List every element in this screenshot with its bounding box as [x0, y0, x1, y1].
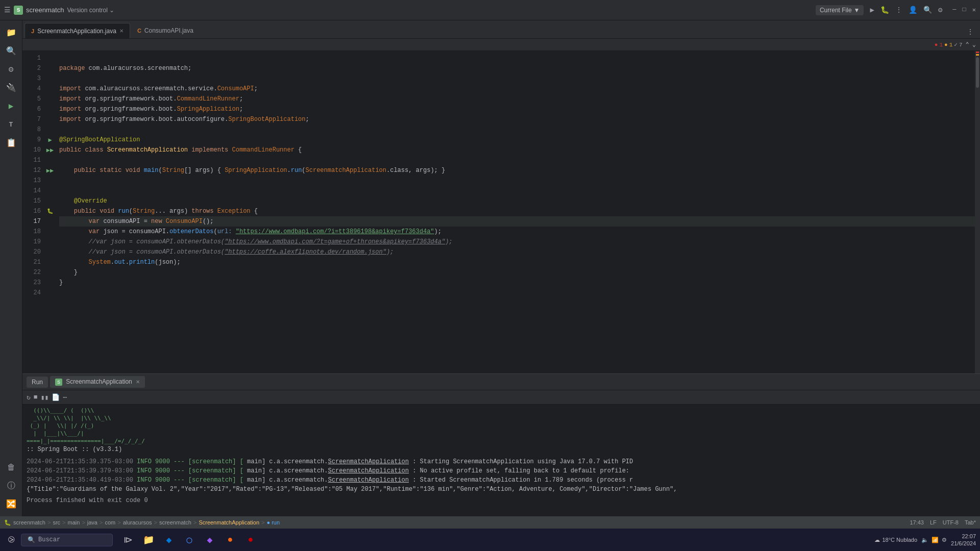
maximize-btn[interactable]: □ — [963, 6, 966, 14]
dump-icon[interactable]: 📄 — [52, 393, 60, 402]
sidebar-icon-run[interactable]: ▶ — [3, 98, 19, 114]
code-line-12: public static void main(String[] args) {… — [59, 165, 975, 176]
taskbar-firefox[interactable]: ● — [221, 531, 239, 549]
line-numbers: 12345 678910 1112131415 161718 192021222… — [22, 51, 45, 373]
sidebar-icon-git[interactable]: 🔀 — [3, 496, 19, 512]
java-icon-2: C — [137, 28, 141, 34]
minimize-btn[interactable]: ─ — [952, 6, 956, 14]
edge-icon: ◆ — [166, 534, 172, 545]
terminal-tab-run[interactable]: Run — [27, 377, 48, 388]
code-line-5: import org.springframework.boot.CommandL… — [59, 94, 975, 104]
editor-container: J ScreenmatchApplication.java ✕ C Consum… — [22, 20, 980, 516]
taskbar-chrome[interactable]: ◯ — [180, 531, 199, 549]
taskbar-intellij[interactable]: ◆ — [201, 531, 219, 549]
gutter-21 — [45, 257, 55, 267]
ascii-art: (()\\____/ ( ()\\ _\\/| \\ \\| |\\ \\_\\… — [27, 407, 976, 445]
gutter-3 — [45, 73, 55, 84]
tray-icon-1[interactable]: 🔈 — [921, 537, 928, 543]
sidebar-icon-text[interactable]: T — [3, 116, 19, 133]
tray-icon-3[interactable]: ⚙ — [942, 537, 947, 543]
code-line-11 — [59, 155, 975, 165]
taskbar-task-view[interactable]: ⧐ — [119, 531, 137, 549]
editor-and-terminal: 12345 678910 1112131415 161718 192021222… — [22, 51, 980, 516]
weather-info: ☁ 18°C Nublado — [874, 537, 917, 543]
search-icon: 🔍 — [28, 536, 35, 544]
close-btn[interactable]: ✕ — [972, 6, 976, 14]
code-line-18: var json = consumoAPI.obtenerDatos(url: … — [59, 227, 975, 237]
status-bar: 🐛 screenmatch > src > main > java > com … — [0, 516, 980, 529]
code-line-4: import com.aluracursos.screenmatch.servi… — [59, 84, 975, 94]
start-button[interactable]: ⧁ — [4, 533, 19, 547]
version-control-btn[interactable]: Version control ⌄ — [67, 7, 114, 14]
app-tab-label: ScreenmatchApplication — [66, 378, 132, 385]
restart-icon[interactable]: ↻ — [27, 393, 31, 402]
window-controls: ─ □ ✕ — [952, 6, 976, 14]
gutter-7 — [45, 114, 55, 124]
breadcrumb: 🐛 screenmatch > src > main > java > com … — [4, 519, 906, 526]
profile-icon[interactable]: 👤 — [909, 6, 917, 14]
hamburger-icon[interactable]: ☰ — [4, 6, 11, 14]
sidebar-icon-layout[interactable]: 📋 — [3, 135, 19, 151]
line-col: 17:43 — [910, 519, 924, 525]
taskbar-edge[interactable]: ◆ — [160, 531, 178, 549]
code-line-1 — [59, 53, 975, 63]
error-count: 1 — [939, 42, 943, 48]
stop-icon[interactable]: ■ — [34, 393, 38, 401]
gutter-24 — [45, 288, 55, 298]
project-name: screenmatch — [26, 6, 64, 14]
tab-close-screenmatch[interactable]: ✕ — [119, 28, 124, 34]
warning-count: 1 — [949, 42, 953, 48]
debug-icon[interactable]: 🐛 — [880, 6, 889, 14]
code-line-14 — [59, 186, 975, 196]
taskbar-file-explorer[interactable]: 📁 — [139, 531, 158, 549]
sidebar-icon-info[interactable]: ⓘ — [3, 478, 19, 494]
warning-icon: ● — [944, 42, 948, 48]
log-line-3: 2024-06-21T21:35:40.419-03:00 INFO 9000 … — [27, 475, 976, 485]
chevron-up-icon[interactable]: ⌃ — [966, 41, 969, 48]
sidebar-icon-settings[interactable]: ⚙ — [3, 61, 19, 78]
terminal-tab-close[interactable]: ✕ — [136, 379, 140, 385]
settings-icon[interactable]: ⚙ — [938, 6, 942, 14]
sys-tray: 🔈 📶 ⚙ — [921, 537, 947, 543]
terminal-tab-app[interactable]: S ScreenmatchApplication ✕ — [50, 376, 145, 388]
more-terminal-icon[interactable]: ⋯ — [63, 393, 67, 402]
json-output: {"Title":"Guardians of the Galaxy Vol. 2… — [27, 485, 976, 494]
chevron-down-icon[interactable]: ⌄ — [972, 41, 976, 48]
gutter-run-9[interactable]: ▶ — [45, 135, 55, 145]
taskbar-app6[interactable]: ● — [241, 531, 260, 549]
run-tab-label: Run — [32, 379, 43, 386]
more-icon[interactable]: ⋮ — [895, 6, 902, 14]
log-line-1: 2024-06-21T21:35:39.375-03:00 INFO 9000 … — [27, 457, 976, 466]
error-badge: ● 1 ● 1 ✓ 7 — [935, 41, 963, 48]
tray-icon-2[interactable]: 📶 — [932, 537, 939, 543]
sidebar-icon-plugins[interactable]: 🔌 — [3, 80, 19, 96]
code-line-22: } — [59, 267, 975, 278]
code-editor[interactable]: 12345 678910 1112131415 161718 192021222… — [22, 51, 980, 373]
app6-icon: ● — [248, 535, 254, 545]
tab-consumoapi[interactable]: C ConsumoAPI.java — [131, 23, 200, 38]
gutter-run-12[interactable]: ▶▶ — [45, 165, 55, 176]
gutter-16[interactable]: 🐛 — [45, 206, 55, 216]
gutter-run-10[interactable]: ▶▶ — [45, 145, 55, 155]
tab-screenmatch[interactable]: J ScreenmatchApplication.java ✕ — [24, 23, 130, 38]
scroll-thumb[interactable] — [976, 57, 979, 88]
taskbar-search[interactable]: 🔍 Buscar — [21, 534, 113, 546]
sidebar-icon-trash[interactable]: 🗑 — [3, 459, 19, 475]
run-icon[interactable]: ▶ — [870, 6, 874, 14]
code-content[interactable]: package com.aluracursos.screenmatch; imp… — [55, 51, 975, 373]
gutter-4 — [45, 84, 55, 94]
gutter-14 — [45, 186, 55, 196]
tab-consumoapi-label: ConsumoAPI.java — [144, 27, 193, 34]
tab-more-btn[interactable]: ⋮ — [963, 26, 978, 38]
title-left: ☰ S screenmatch Version control ⌄ — [4, 6, 812, 15]
sidebar-icon-folder[interactable]: 📁 — [3, 24, 19, 41]
code-line-13 — [59, 176, 975, 186]
terminal-output: (()\\____/ ( ()\\ _\\/| \\ \\| |\\ \\_\\… — [22, 405, 980, 516]
editor-scrollbar[interactable] — [975, 51, 980, 373]
sidebar-icon-search[interactable]: 🔍 — [3, 43, 19, 59]
checkmark-icon: ✓ — [954, 41, 958, 48]
search-icon[interactable]: 🔍 — [923, 6, 932, 14]
current-file-btn[interactable]: Current File ▼ — [816, 5, 864, 15]
code-line-21: System.out.println(json); — [59, 257, 975, 267]
pause-icon[interactable]: ▮▮ — [41, 393, 49, 402]
